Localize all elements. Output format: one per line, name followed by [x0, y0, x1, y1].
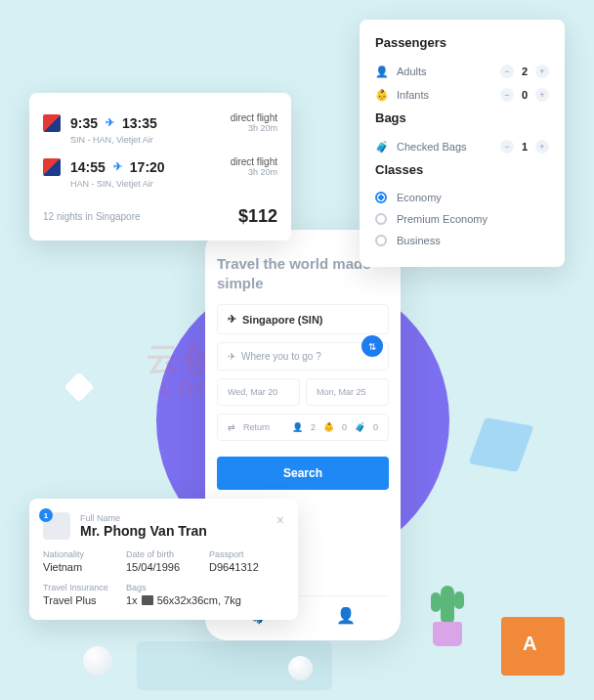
search-button[interactable]: Search	[217, 457, 389, 490]
class-label: Economy	[397, 192, 442, 203]
passengers-title: Passengers	[375, 35, 549, 50]
nights-note: 12 nights in Singapore	[43, 211, 141, 222]
destination-placeholder: Where you to go ?	[241, 351, 321, 362]
route-label: HAN - SIN, Vietjet Air	[70, 179, 277, 189]
plus-button[interactable]: +	[535, 88, 549, 102]
decorative-cube-blue	[468, 417, 533, 472]
bag-icon: 🧳	[355, 422, 365, 432]
bags-value: 1	[520, 141, 530, 153]
plane-depart-icon: ✈	[228, 313, 236, 326]
field-value: Travel Plus	[43, 594, 118, 606]
infants-count: 0	[342, 422, 347, 432]
minus-button[interactable]: −	[500, 65, 514, 78]
plus-button[interactable]: +	[535, 140, 549, 153]
decorative-cactus	[428, 578, 467, 646]
options-row[interactable]: ⇄ Return 👤2 👶0 🧳0	[217, 414, 389, 441]
infants-row: 👶 Infants − 0 +	[375, 83, 549, 107]
adults-row: 👤 Adults − 2 +	[375, 60, 549, 83]
bags-stepper: − 1 +	[500, 140, 549, 153]
dob-field: Date of birth 15/04/1996	[126, 549, 201, 573]
flight-times: 9:35 ✈ 13:35	[70, 115, 157, 131]
name-value: Mr. Phong Van Tran	[80, 523, 207, 539]
date-return-field[interactable]: Mon, Mar 25	[306, 378, 389, 406]
adults-icon: 👤	[292, 422, 303, 432]
bags-field: Bags 1x 56x32x36cm, 7kg	[126, 583, 284, 606]
name-label: Full Name	[80, 513, 207, 523]
checked-bags-row: 🧳 Checked Bags − 1 +	[375, 135, 549, 158]
decorative-diamond	[64, 372, 94, 402]
radio-icon	[375, 213, 387, 225]
bag-icon: 🧳	[375, 141, 389, 153]
badge: 1	[39, 508, 53, 522]
bags-qty: 1x	[126, 594, 138, 606]
infants-value: 0	[520, 89, 530, 101]
decorative-sphere	[83, 646, 112, 676]
plane-icon: ✈	[113, 160, 122, 173]
field-label: Nationality	[43, 549, 118, 559]
field-value: D9641312	[209, 561, 284, 573]
flight-times: 14:55 ✈ 17:20	[70, 159, 165, 175]
plane-icon: ✈	[106, 116, 114, 129]
date-depart-field[interactable]: Wed, Mar 20	[217, 378, 300, 406]
dep-time: 9:35	[70, 115, 98, 131]
adults-count: 2	[311, 422, 316, 432]
class-option[interactable]: Economy	[375, 187, 549, 208]
flight-card[interactable]: 9:35 ✈ 13:35 direct flight 3h 20m SIN - …	[29, 93, 291, 241]
passport-field: Passport D9641312	[209, 549, 284, 573]
plane-arrive-icon: ✈	[228, 351, 235, 362]
bags-title: Bags	[375, 110, 549, 125]
adults-label: Adults	[397, 66, 500, 77]
adults-value: 2	[520, 66, 530, 77]
airline-logo-icon	[43, 158, 61, 176]
insurance-field: Travel Insurance Travel Plus	[43, 583, 118, 606]
person-icon: 👤	[375, 66, 389, 78]
infant-icon: 👶	[375, 89, 389, 102]
minus-button[interactable]: −	[500, 88, 514, 102]
radio-icon	[375, 235, 387, 246]
class-option[interactable]: Business	[375, 230, 549, 251]
route-label: SIN - HAN, Vietjet Air	[70, 135, 277, 145]
plus-button[interactable]: +	[535, 65, 549, 78]
close-icon[interactable]: ×	[276, 512, 284, 528]
duration: 3h 20m	[231, 167, 277, 177]
field-value: Vietnam	[43, 561, 118, 573]
arr-time: 17:20	[130, 159, 165, 175]
return-label: Return	[243, 422, 270, 432]
price: $112	[238, 206, 277, 227]
minus-button[interactable]: −	[500, 140, 514, 153]
checked-label: Checked Bags	[397, 141, 500, 153]
infants-label: Infants	[397, 89, 500, 101]
infants-icon: 👶	[323, 422, 334, 432]
field-label: Date of birth	[126, 549, 201, 559]
bags-count: 0	[373, 422, 378, 432]
decorative-cube-orange	[501, 617, 565, 676]
origin-value: Singapore (SIN)	[242, 314, 323, 326]
bags-dim: 56x32x36cm, 7kg	[157, 594, 241, 606]
duration: 3h 20m	[231, 123, 277, 133]
profile-icon[interactable]: 👤	[336, 606, 356, 625]
field-value: 15/04/1996	[126, 561, 201, 573]
adults-stepper: − 2 +	[500, 65, 549, 78]
field-label: Bags	[126, 583, 284, 592]
field-label: Passport	[209, 549, 284, 559]
classes-title: Classes	[375, 162, 549, 177]
airline-logo-icon	[43, 114, 61, 132]
passengers-card: Passengers 👤 Adults − 2 + 👶 Infants − 0 …	[360, 20, 565, 267]
arr-time: 13:35	[122, 115, 157, 131]
origin-field[interactable]: ✈ Singapore (SIN)	[217, 304, 389, 334]
direct-label: direct flight	[231, 112, 277, 123]
luggage-icon	[142, 595, 153, 605]
class-option[interactable]: Premium Economy	[375, 208, 549, 230]
dep-time: 14:55	[70, 159, 106, 175]
direct-label: direct flight	[231, 156, 277, 167]
class-label: Business	[397, 235, 441, 246]
decorative-sphere	[288, 656, 313, 680]
nationality-field: Nationality Vietnam	[43, 549, 118, 573]
avatar: 1	[43, 512, 70, 540]
class-label: Premium Economy	[397, 213, 488, 225]
field-label: Travel Insurance	[43, 583, 118, 592]
profile-card: 1 Full Name Mr. Phong Van Tran × Nationa…	[29, 499, 298, 620]
swap-icon[interactable]: ⇅	[361, 335, 383, 357]
radio-icon	[375, 192, 387, 203]
infants-stepper: − 0 +	[500, 88, 549, 102]
